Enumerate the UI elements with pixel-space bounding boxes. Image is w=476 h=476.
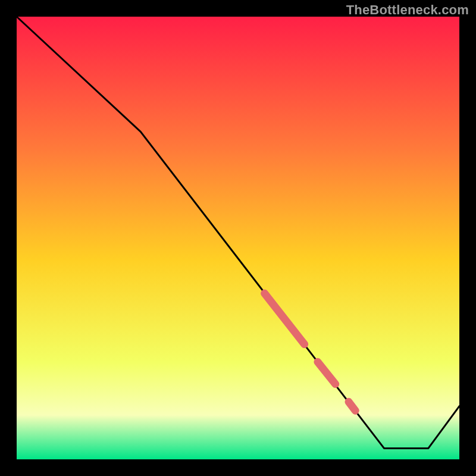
bottleneck-chart: [0, 0, 476, 476]
frame-bottom: [0, 459, 476, 476]
frame-right: [459, 0, 476, 476]
chart-container: TheBottleneck.com: [0, 0, 476, 476]
watermark-text: TheBottleneck.com: [346, 2, 469, 18]
plot-background: [17, 17, 459, 459]
highlight-segment-2: [349, 402, 355, 411]
frame-left: [0, 0, 17, 476]
